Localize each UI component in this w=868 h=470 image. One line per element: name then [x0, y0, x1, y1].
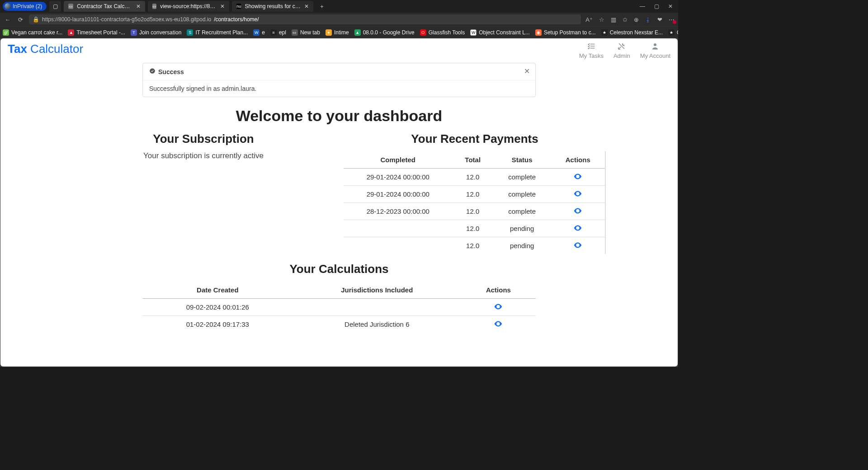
- bookmark-item[interactable]: ▲Timesheet Portal -...: [68, 29, 125, 36]
- cell-completed: 29-01-2024 00:00:00: [344, 169, 453, 186]
- bookmark-label: Object Constraint L...: [479, 29, 530, 36]
- svg-point-6: [577, 193, 579, 195]
- bookmark-label: Vegan carrot cake r...: [11, 29, 62, 36]
- bookmark-item[interactable]: gfVegan carrot cake r...: [3, 29, 62, 36]
- view-icon[interactable]: [574, 242, 582, 249]
- close-icon[interactable]: ✕: [136, 3, 141, 9]
- collections-icon[interactable]: ⊕: [634, 16, 639, 23]
- bookmark-item[interactable]: ★Celestron NexStar E...: [668, 29, 678, 36]
- table-row: 01-02-2024 09:17:33Deleted Jurisdiction …: [142, 316, 536, 333]
- nav-label: My Tasks: [579, 52, 604, 59]
- text-size-icon[interactable]: A⁺: [585, 16, 593, 23]
- new-tab-button[interactable]: ＋: [316, 1, 328, 12]
- maximize-icon[interactable]: ▢: [654, 3, 659, 9]
- browser-titlebar: InPrivate (2) ▢ ▭ Contractor Tax Calcula…: [0, 0, 678, 13]
- url-field[interactable]: 🔒 https://8000-laura10101-contractorta-g…: [29, 14, 581, 24]
- alert-body: Successfully signed in as admin.laura.: [143, 80, 535, 97]
- nav-label: Admin: [613, 52, 630, 59]
- close-window-icon[interactable]: ✕: [668, 3, 673, 9]
- performance-icon[interactable]: ❤: [657, 16, 662, 23]
- close-icon[interactable]: ✕: [304, 3, 309, 9]
- bookmark-item[interactable]: ▭New tab: [292, 29, 320, 36]
- nav-label: My Account: [640, 52, 670, 59]
- bookmark-item[interactable]: SIT Recruitment Plan...: [187, 29, 248, 36]
- bookmark-favicon: ●: [326, 29, 332, 36]
- bookmark-item[interactable]: OGlassfish Tools: [420, 29, 465, 36]
- bookmark-favicon: T: [131, 29, 137, 36]
- bookmark-item[interactable]: ≡epl: [270, 29, 286, 36]
- view-icon[interactable]: [494, 320, 502, 328]
- brand-logo[interactable]: Tax Calculator: [8, 42, 83, 56]
- close-icon[interactable]: ✕: [220, 3, 225, 9]
- cell-jurisdictions: Deleted Jurisdiction 6: [293, 316, 461, 333]
- page-icon: nu: [236, 4, 241, 9]
- bookmark-label: e: [262, 29, 265, 36]
- header-nav: My Tasks Admin My Account: [579, 42, 670, 59]
- col-jurisdictions: Jurisdictions Included: [293, 282, 461, 299]
- cell-status: pending: [493, 237, 551, 254]
- alert-close-icon[interactable]: ✕: [524, 67, 530, 75]
- split-icon[interactable]: ▥: [611, 16, 616, 23]
- table-row: 29-01-2024 00:00:0012.0complete: [344, 169, 605, 186]
- workspaces-icon: ▢: [53, 3, 58, 9]
- bookmark-item[interactable]: TJoin conversation: [131, 29, 181, 36]
- bookmark-label: 08.0.0 - Google Drive: [363, 29, 415, 36]
- success-alert: Success Successfully signed in as admin.…: [142, 63, 536, 97]
- back-icon[interactable]: ←: [4, 16, 12, 23]
- check-circle-icon: [149, 68, 156, 75]
- bookmark-label: Celestron NexStar E...: [677, 29, 678, 36]
- view-icon[interactable]: [574, 190, 582, 198]
- bookmark-favicon: S: [187, 29, 193, 36]
- cell-actions: [551, 203, 605, 220]
- bookmark-label: Timesheet Portal -...: [76, 29, 125, 36]
- bookmarks-bar: gfVegan carrot cake r... ▲Timesheet Port…: [0, 26, 678, 38]
- page-content: Tax Calculator My Tasks Admin: [0, 38, 678, 367]
- bookmark-item[interactable]: We: [253, 29, 265, 36]
- cell-jurisdictions: [293, 299, 461, 316]
- cell-total: 12.0: [453, 203, 493, 220]
- payments-heading: Your Recent Payments: [344, 132, 606, 146]
- bookmark-label: Setup Postman to c...: [544, 29, 596, 36]
- downloads-icon[interactable]: ⭳: [645, 16, 651, 23]
- col-actions: Actions: [461, 282, 536, 299]
- nav-my-tasks[interactable]: My Tasks: [579, 42, 604, 59]
- col-completed: Completed: [344, 151, 453, 169]
- tab-workspaces[interactable]: ▢: [49, 1, 61, 12]
- favorite-icon[interactable]: ☆: [599, 16, 604, 23]
- tab-background[interactable]: nu Showing results for contents of t ✕: [232, 1, 313, 12]
- bookmark-item[interactable]: ◉Setup Postman to c...: [535, 29, 596, 36]
- view-icon[interactable]: [574, 173, 582, 181]
- tab-active[interactable]: ▭ Contractor Tax Calculator ✕: [64, 1, 145, 12]
- bookmark-item[interactable]: ▲08.0.0 - Google Drive: [354, 29, 415, 36]
- bookmark-item[interactable]: WObject Constraint L...: [470, 29, 530, 36]
- cell-total: 12.0: [453, 220, 493, 237]
- refresh-icon[interactable]: ⟳: [16, 16, 24, 23]
- view-icon[interactable]: [494, 303, 502, 311]
- tab-background[interactable]: ▭ view-source:https://8000-laura10 ✕: [148, 1, 229, 12]
- bookmark-item[interactable]: ●Intime: [326, 29, 349, 36]
- inprivate-label: InPrivate (2): [13, 3, 42, 9]
- favorites-bar-icon[interactable]: ✩: [623, 16, 627, 23]
- nav-admin[interactable]: Admin: [613, 42, 630, 59]
- bookmark-label: Join conversation: [139, 29, 181, 36]
- nav-my-account[interactable]: My Account: [640, 42, 670, 59]
- view-icon[interactable]: [574, 207, 582, 215]
- cell-date: 01-02-2024 09:17:33: [142, 316, 293, 333]
- cell-actions: [551, 186, 605, 203]
- cell-status: complete: [493, 203, 551, 220]
- bookmark-item[interactable]: ★Celestron Nexstar E...: [601, 29, 663, 36]
- more-icon[interactable]: ⋯: [669, 16, 675, 23]
- inprivate-badge[interactable]: InPrivate (2): [3, 2, 47, 11]
- minimize-icon[interactable]: —: [640, 3, 645, 9]
- payments-table: Completed Total Status Actions 29-01-202…: [344, 151, 605, 254]
- window-controls: — ▢ ✕: [640, 3, 675, 9]
- bookmark-label: Celestron Nexstar E...: [610, 29, 663, 36]
- bookmark-favicon: ▲: [68, 29, 74, 36]
- view-icon[interactable]: [574, 225, 582, 232]
- cell-actions: [461, 316, 536, 333]
- brand-first: Tax: [8, 42, 27, 56]
- cell-actions: [551, 237, 605, 254]
- svg-point-4: [150, 68, 155, 74]
- svg-point-3: [654, 43, 656, 46]
- bookmark-favicon: W: [470, 29, 476, 36]
